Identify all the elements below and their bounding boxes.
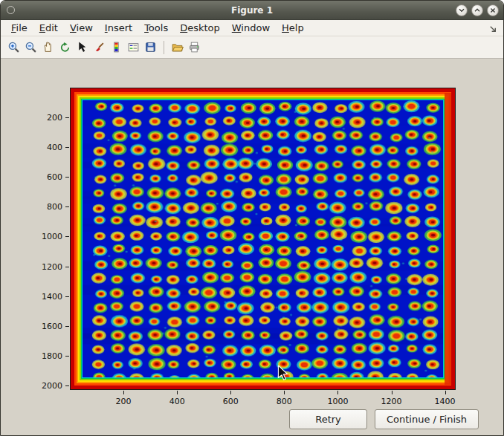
x-tick-label: 1400	[435, 397, 456, 406]
menu-item-view[interactable]: View	[64, 21, 99, 35]
chevron-down-icon	[457, 6, 466, 15]
y-tick-label: 400	[47, 143, 62, 152]
y-tick-mark	[65, 147, 69, 148]
y-tick-label: 600	[47, 172, 62, 182]
data-cursor-icon	[76, 41, 88, 53]
rotate-3d-button[interactable]	[56, 39, 73, 56]
window-title: Figure 1	[1, 5, 503, 16]
figure-toolbar	[1, 36, 503, 59]
plot-axes: 2004006008001000120014002004006008001000…	[70, 88, 456, 390]
close-icon	[488, 6, 497, 15]
x-tick-mark	[177, 391, 178, 394]
menu-item-edit[interactable]: Edit	[33, 21, 64, 35]
menu-item-window[interactable]: Window	[226, 21, 276, 35]
y-tick-mark	[65, 385, 69, 386]
y-tick-label: 1400	[42, 291, 62, 301]
maximize-button[interactable]	[471, 4, 483, 16]
colorbar-icon	[110, 41, 123, 53]
y-tick-label: 800	[47, 202, 62, 212]
window-menu-icon[interactable]	[7, 6, 15, 14]
y-tick-mark	[65, 206, 69, 207]
x-tick-mark	[123, 391, 124, 394]
y-tick-label: 2000	[42, 380, 62, 390]
x-tick-mark	[445, 391, 446, 394]
data-cursor-button[interactable]	[74, 39, 90, 56]
x-tick-label: 400	[169, 397, 185, 406]
legend-button[interactable]	[125, 39, 141, 56]
y-tick-mark	[65, 267, 69, 267]
print-icon	[188, 41, 201, 53]
dock-figure-icon[interactable]	[488, 23, 498, 37]
y-tick-label: 1800	[42, 351, 62, 360]
y-tick-mark	[65, 236, 69, 237]
rotate-3d-icon	[59, 41, 71, 53]
minimize-button[interactable]	[456, 4, 468, 16]
y-tick-mark	[65, 117, 69, 118]
save-icon	[144, 41, 157, 53]
print-button[interactable]	[186, 39, 202, 56]
zoom-out-button[interactable]	[22, 39, 39, 56]
brush-icon	[93, 41, 106, 53]
pan-button[interactable]	[39, 39, 56, 56]
plot-canvas[interactable]	[70, 88, 456, 390]
colorbar-button[interactable]	[108, 39, 124, 56]
toolbar-separator	[164, 41, 164, 54]
x-tick-label: 600	[223, 397, 239, 406]
x-tick-label: 1200	[381, 397, 402, 406]
x-tick-mark	[284, 391, 285, 394]
brush-button[interactable]	[91, 39, 107, 56]
continue-finish-button[interactable]: Continue / Finish	[375, 409, 479, 429]
y-tick-label: 1000	[42, 232, 62, 241]
x-tick-mark	[230, 391, 231, 394]
window-controls	[456, 4, 499, 16]
pan-hand-icon	[42, 41, 54, 53]
x-tick-mark	[337, 391, 338, 394]
menu-item-insert[interactable]: Insert	[99, 21, 138, 35]
open-button[interactable]	[169, 39, 185, 56]
y-tick-label: 1600	[42, 321, 62, 331]
menu-item-help[interactable]: Help	[276, 21, 310, 35]
menu-bar: FileEditViewInsertToolsDesktopWindowHelp	[1, 20, 503, 36]
save-button[interactable]	[142, 39, 158, 56]
y-tick-mark	[65, 356, 69, 357]
y-tick-label: 1200	[42, 261, 62, 271]
y-tick-label: 200	[47, 113, 62, 123]
y-tick-mark	[65, 296, 69, 297]
y-tick-mark	[65, 326, 69, 327]
zoom-in-icon	[7, 41, 20, 53]
x-tick-label: 800	[277, 397, 292, 406]
chevron-up-icon	[473, 6, 482, 15]
menu-item-desktop[interactable]: Desktop	[174, 21, 226, 35]
x-tick-mark	[392, 391, 392, 394]
y-tick-mark	[65, 177, 69, 178]
retry-button[interactable]: Retry	[289, 409, 367, 429]
open-folder-icon	[171, 41, 184, 53]
figure-window: Figure 1 FileEditViewInsertToolsDesktopW…	[0, 0, 504, 436]
zoom-out-icon	[25, 41, 37, 53]
title-bar[interactable]: Figure 1	[1, 1, 503, 20]
x-tick-label: 1000	[327, 397, 348, 406]
menu-item-tools[interactable]: Tools	[138, 21, 174, 35]
legend-icon	[127, 41, 140, 53]
figure-canvas-area: 2004006008001000120014002004006008001000…	[1, 59, 503, 436]
close-button[interactable]	[487, 4, 499, 16]
menu-item-file[interactable]: File	[5, 21, 33, 35]
x-tick-label: 200	[116, 397, 132, 406]
zoom-in-button[interactable]	[5, 39, 22, 56]
